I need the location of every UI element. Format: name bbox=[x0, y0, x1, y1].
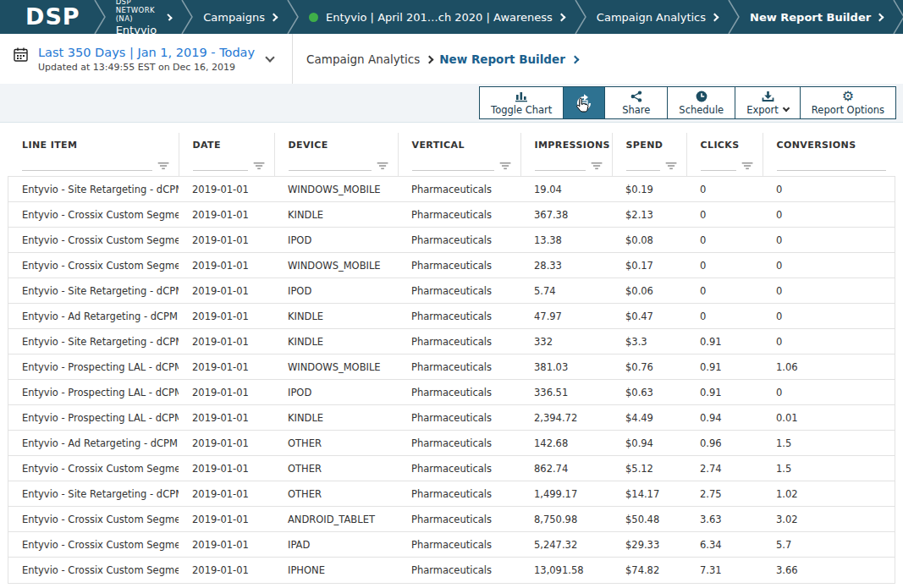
filter-input-line-item[interactable] bbox=[22, 159, 152, 171]
table-row[interactable]: Entyvio - Crossix Custom Segment B2019-0… bbox=[8, 507, 895, 532]
cell-conversions: 0 bbox=[763, 202, 895, 228]
filter-input-impressions[interactable] bbox=[535, 159, 586, 171]
cell-spend: $0.47 bbox=[612, 304, 686, 329]
clock-icon bbox=[696, 91, 708, 102]
breadcrumb-network[interactable]: DSP NETWORK (NA) Entyvio bbox=[107, 0, 180, 36]
cell-date: 2019-01-01 bbox=[179, 532, 274, 558]
filter-input-date[interactable] bbox=[193, 159, 248, 171]
cell-impressions: 1,499.17 bbox=[520, 481, 612, 507]
filter-cell bbox=[179, 157, 274, 177]
cell-spend: $0.06 bbox=[612, 278, 686, 304]
breadcrumb-campaign-analytics[interactable]: Campaign Analytics bbox=[588, 11, 726, 24]
table-row[interactable]: Entyvio - Prospecting LAL - dCPM (La2019… bbox=[8, 354, 895, 380]
chevron-right-icon bbox=[166, 14, 173, 20]
cell-conversions: 1.06 bbox=[763, 354, 895, 380]
cell-conversions: 1.5 bbox=[763, 431, 895, 456]
cell-clicks: 0.91 bbox=[686, 354, 763, 380]
cell-spend: $3.3 bbox=[612, 329, 686, 354]
filter-input-clicks[interactable] bbox=[701, 159, 736, 171]
filter-input-conversions[interactable] bbox=[777, 159, 887, 171]
table-row[interactable]: Entyvio - Prospecting LAL - dCPM (La2019… bbox=[8, 405, 895, 431]
filter-icon[interactable] bbox=[157, 162, 170, 171]
column-header-line-item[interactable]: LINE ITEM bbox=[8, 133, 179, 157]
cell-line-item: Entyvio - Site Retargeting - dCPM (La bbox=[8, 481, 179, 507]
report-options-button[interactable]: ⚙ Report Options bbox=[801, 87, 895, 118]
cell-conversions: 0 bbox=[763, 177, 895, 202]
cell-clicks: 0 bbox=[686, 177, 763, 202]
export-button[interactable]: Export bbox=[735, 87, 801, 118]
table-row[interactable]: Entyvio - Prospecting LAL - dCPM (La2019… bbox=[8, 380, 895, 405]
column-header-date[interactable]: DATE bbox=[179, 133, 274, 157]
filter-icon[interactable] bbox=[665, 162, 678, 171]
refresh-button[interactable] bbox=[564, 87, 605, 118]
gear-icon: ⚙ bbox=[842, 91, 854, 102]
breadcrumb-new-report-builder[interactable]: New Report Builder bbox=[741, 11, 891, 24]
cell-clicks: 7.31 bbox=[686, 558, 763, 583]
table-row[interactable]: Entyvio - Ad Retargeting - dCPM (Lar2019… bbox=[8, 431, 895, 456]
column-header-vertical[interactable]: VERTICAL bbox=[398, 133, 520, 157]
column-header-impressions[interactable]: IMPRESSIONS bbox=[520, 133, 612, 157]
column-header-conversions[interactable]: CONVERSIONS bbox=[763, 133, 895, 157]
cell-device: WINDOWS_MOBILE bbox=[274, 354, 398, 380]
toggle-chart-button[interactable]: Toggle Chart bbox=[480, 87, 564, 118]
cell-impressions: 336.51 bbox=[520, 380, 612, 405]
chevron-right-icon bbox=[711, 14, 719, 22]
schedule-button[interactable]: Schedule bbox=[668, 87, 735, 118]
chevron-down-icon[interactable] bbox=[265, 52, 274, 62]
share-button[interactable]: Share bbox=[605, 87, 668, 118]
table-row[interactable]: Entyvio - Site Retargeting - dCPM (La201… bbox=[8, 177, 895, 202]
cell-vertical: Pharmaceuticals bbox=[398, 329, 520, 354]
filter-input-device[interactable] bbox=[289, 159, 372, 171]
table-row[interactable]: Entyvio - Crossix Custom Segment B2019-0… bbox=[8, 532, 895, 558]
table-body: Entyvio - Site Retargeting - dCPM (La201… bbox=[8, 177, 895, 583]
filter-icon[interactable] bbox=[591, 162, 603, 171]
table-row[interactable]: Entyvio - Site Retargeting - dCPM (La201… bbox=[8, 278, 895, 304]
filter-icon[interactable] bbox=[741, 162, 754, 171]
cell-impressions: 13,091.58 bbox=[520, 558, 612, 583]
breadcrumb-label: Campaign Analytics bbox=[597, 11, 706, 24]
cell-line-item: Entyvio - Ad Retargeting - dCPM (Lar bbox=[8, 431, 179, 456]
breadcrumb-parent[interactable]: Campaign Analytics bbox=[306, 52, 420, 66]
cell-device: KINDLE bbox=[274, 304, 398, 329]
column-header-clicks[interactable]: CLICKS bbox=[686, 133, 763, 157]
filter-input-vertical[interactable] bbox=[412, 159, 494, 171]
cell-device: WINDOWS_MOBILE bbox=[274, 177, 398, 202]
breadcrumb-campaign[interactable]: Entyvio | April 201…ch 2020 | Awareness bbox=[300, 11, 573, 24]
cell-device: IPOD bbox=[274, 278, 398, 304]
table-header-row: LINE ITEMDATEDEVICEVERTICALIMPRESSIONSSP… bbox=[8, 133, 895, 157]
table-row[interactable]: Entyvio - Crossix Custom Segment B2019-0… bbox=[8, 202, 895, 228]
filter-input-spend[interactable] bbox=[626, 159, 660, 171]
cell-vertical: Pharmaceuticals bbox=[398, 304, 520, 329]
cell-vertical: Pharmaceuticals bbox=[398, 507, 520, 532]
cell-line-item: Entyvio - Site Retargeting - dCPM (La bbox=[8, 278, 179, 304]
column-header-device[interactable]: DEVICE bbox=[274, 133, 398, 157]
column-header-spend[interactable]: SPEND bbox=[612, 133, 686, 157]
cell-conversions: 0 bbox=[763, 380, 895, 405]
table-row[interactable]: Entyvio - Crossix Custom Segment B2019-0… bbox=[8, 456, 895, 481]
chevron-right-icon bbox=[876, 14, 884, 22]
app-logo[interactable]: DSP bbox=[20, 3, 92, 31]
cell-date: 2019-01-01 bbox=[179, 329, 274, 354]
cell-clicks: 0 bbox=[686, 228, 763, 253]
cell-device: IPOD bbox=[274, 228, 398, 253]
filter-icon[interactable] bbox=[253, 162, 266, 171]
breadcrumb-campaigns[interactable]: Campaigns bbox=[195, 11, 285, 24]
table-row[interactable]: Entyvio - Crossix Custom Segment B2019-0… bbox=[8, 253, 895, 278]
cell-spend: $14.17 bbox=[612, 481, 686, 507]
cell-date: 2019-01-01 bbox=[179, 354, 274, 380]
date-range-link[interactable]: Last 350 Days | Jan 1, 2019 - Today bbox=[38, 46, 255, 59]
cell-impressions: 381.03 bbox=[520, 354, 612, 380]
filter-icon[interactable] bbox=[377, 162, 389, 171]
network-label: DSP NETWORK (NA) bbox=[116, 0, 159, 23]
table-row[interactable]: Entyvio - Crossix Custom Segment B2019-0… bbox=[8, 558, 895, 583]
cell-device: IPAD bbox=[274, 532, 398, 558]
breadcrumb-current: New Report Builder bbox=[439, 52, 565, 66]
table-row[interactable]: Entyvio - Site Retargeting - dCPM (La201… bbox=[8, 329, 895, 354]
share-label: Share bbox=[622, 104, 650, 116]
filter-icon[interactable] bbox=[499, 162, 512, 171]
cell-line-item: Entyvio - Prospecting LAL - dCPM (La bbox=[8, 354, 179, 380]
table-row[interactable]: Entyvio - Ad Retargeting - dCPM (Lar2019… bbox=[8, 304, 895, 329]
cell-clicks: 0.91 bbox=[686, 380, 763, 405]
table-row[interactable]: Entyvio - Site Retargeting - dCPM (La201… bbox=[8, 481, 895, 507]
table-row[interactable]: Entyvio - Crossix Custom Segment B2019-0… bbox=[8, 228, 895, 253]
